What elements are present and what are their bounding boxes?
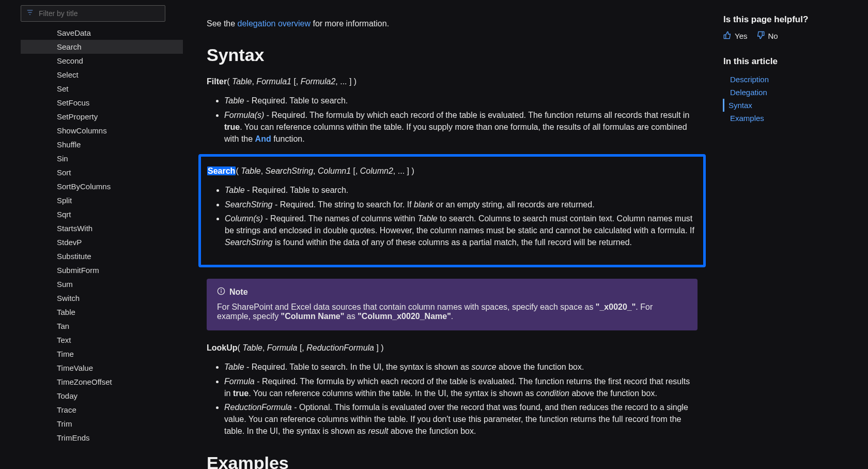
delegation-overview-link[interactable]: delegation overview xyxy=(238,19,311,28)
sidebar-item-sum[interactable]: Sum xyxy=(21,277,183,291)
sidebar-item-select[interactable]: Select xyxy=(21,68,183,82)
nav-list[interactable]: SaveDataSearchSecondSelectSetSetFocusSet… xyxy=(21,26,184,469)
sidebar-item-search[interactable]: Search xyxy=(21,40,183,54)
lookup-signature: LookUp( Table, Formula [, ReductionFormu… xyxy=(207,342,698,354)
toc-item-description[interactable]: Description xyxy=(723,73,858,86)
filter-signature: Filter( Table, Formula1 [, Formula2, ...… xyxy=(207,75,698,87)
sidebar-item-table[interactable]: Table xyxy=(21,305,183,319)
sidebar-item-trimends[interactable]: TrimEnds xyxy=(21,431,183,445)
note-box: Note For SharePoint and Excel data sourc… xyxy=(207,279,698,330)
examples-heading: Examples xyxy=(207,453,698,469)
sidebar-item-sortbycolumns[interactable]: SortByColumns xyxy=(21,179,183,193)
sidebar-item-shuffle[interactable]: Shuffle xyxy=(21,138,183,152)
app-root: SaveDataSearchSecondSelectSetSetFocusSet… xyxy=(0,0,868,469)
sidebar-item-today[interactable]: Today xyxy=(21,389,183,403)
toc-item-delegation[interactable]: Delegation xyxy=(723,86,858,99)
no-button[interactable]: No xyxy=(756,31,778,41)
sidebar-item-setfocus[interactable]: SetFocus xyxy=(21,96,183,110)
filter-icon xyxy=(26,9,34,18)
and-link[interactable]: And xyxy=(255,134,271,143)
sidebar-item-text[interactable]: Text xyxy=(21,333,183,347)
note-body: For SharePoint and Excel data sources th… xyxy=(217,302,687,321)
intro-paragraph: See the delegation overview for more inf… xyxy=(207,18,698,29)
main-content[interactable]: See the delegation overview for more inf… xyxy=(186,0,713,469)
sidebar-item-switch[interactable]: Switch xyxy=(21,291,183,305)
thumbs-up-icon xyxy=(723,31,732,41)
helpful-heading: Is this page helpful? xyxy=(723,14,858,25)
search-keyword-selected: Search xyxy=(207,167,236,175)
right-rail: Is this page helpful? Yes No In this art… xyxy=(713,0,868,469)
feedback-row: Yes No xyxy=(723,31,858,41)
thumbs-down-icon xyxy=(756,31,765,41)
note-heading: Note xyxy=(217,287,687,297)
sidebar-item-set[interactable]: Set xyxy=(21,82,183,96)
filter-input[interactable] xyxy=(38,9,160,18)
sidebar-item-showcolumns[interactable]: ShowColumns xyxy=(21,124,183,138)
toc-list: DescriptionDelegationSyntaxExamples xyxy=(723,73,858,125)
in-this-article-heading: In this article xyxy=(723,56,858,67)
filter-wrap xyxy=(0,5,186,26)
sidebar-item-timezoneoffset[interactable]: TimeZoneOffset xyxy=(21,375,183,389)
sidebar-item-time[interactable]: Time xyxy=(21,347,183,361)
sidebar-item-substitute[interactable]: Substitute xyxy=(21,249,183,263)
sidebar-item-tan[interactable]: Tan xyxy=(21,319,183,333)
info-icon xyxy=(217,287,225,297)
sidebar-item-submitform[interactable]: SubmitForm xyxy=(21,263,183,277)
sidebar-item-sqrt[interactable]: Sqrt xyxy=(21,207,183,221)
search-signature: Search( Table, SearchString, Column1 [, … xyxy=(207,165,697,177)
search-args: Table - Required. Table to search. Searc… xyxy=(207,184,697,248)
toc-item-examples[interactable]: Examples xyxy=(723,112,858,125)
sidebar-item-stdevp[interactable]: StdevP xyxy=(21,235,183,249)
syntax-heading: Syntax xyxy=(207,45,698,65)
sidebar-item-timevalue[interactable]: TimeValue xyxy=(21,361,183,375)
sidebar-item-trace[interactable]: Trace xyxy=(21,403,183,417)
sidebar-item-savedata[interactable]: SaveData xyxy=(21,26,183,40)
toc-item-syntax[interactable]: Syntax xyxy=(723,99,858,112)
search-highlight-box: Search( Table, SearchString, Column1 [, … xyxy=(198,154,706,267)
sidebar-item-sin[interactable]: Sin xyxy=(21,152,183,165)
lookup-args: Table - Required. Table to search. In th… xyxy=(207,361,698,437)
filter-box[interactable] xyxy=(21,5,165,22)
sidebar-item-split[interactable]: Split xyxy=(21,193,183,207)
yes-button[interactable]: Yes xyxy=(723,31,747,41)
sidebar: SaveDataSearchSecondSelectSetSetFocusSet… xyxy=(0,0,186,469)
sidebar-item-startswith[interactable]: StartsWith xyxy=(21,221,183,235)
sidebar-item-second[interactable]: Second xyxy=(21,54,183,68)
sidebar-item-sort[interactable]: Sort xyxy=(21,165,183,179)
sidebar-item-setproperty[interactable]: SetProperty xyxy=(21,110,183,124)
svg-point-2 xyxy=(221,290,222,290)
filter-args: Table - Required. Table to search. Formu… xyxy=(207,95,698,145)
sidebar-item-trim[interactable]: Trim xyxy=(21,417,183,431)
